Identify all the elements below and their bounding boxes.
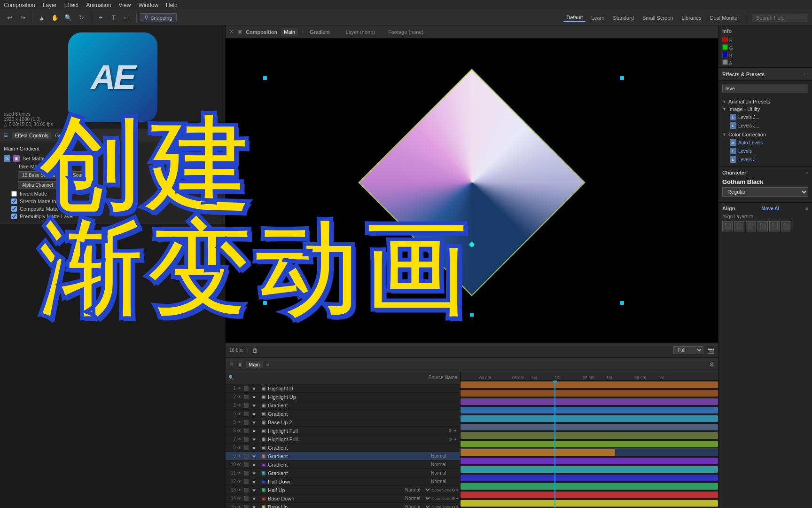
ep-item-levels[interactable]: L Levels xyxy=(720,147,810,155)
ep-item-levels2[interactable]: L Levels J... xyxy=(720,155,810,164)
layer-13-vis[interactable]: 👁 xyxy=(236,487,242,493)
layers-search-input[interactable] xyxy=(238,375,425,380)
snapping-button[interactable]: ⚲ Snapping xyxy=(141,13,177,22)
layer-15-mode-select[interactable]: Normal xyxy=(403,504,431,508)
layer-13-star[interactable]: ★ xyxy=(250,486,258,494)
layer-15-lock[interactable]: ⬛ xyxy=(242,504,249,508)
layer-1-star[interactable]: ★ xyxy=(250,385,258,392)
invert-matte-checkbox[interactable] xyxy=(11,191,17,197)
layer-6-lock[interactable]: ⬛ xyxy=(242,428,249,434)
layer-10-lock[interactable]: ⬛ xyxy=(242,461,249,468)
zoom-tool[interactable]: 🔍 xyxy=(62,12,74,24)
layer-13-lock[interactable]: ⬛ xyxy=(242,487,249,493)
tab-effect-controls[interactable]: Effect Controls xyxy=(12,132,51,139)
layer-8-vis[interactable]: 👁 xyxy=(236,444,242,451)
layer-10-vis[interactable]: 👁 xyxy=(236,461,242,468)
corner-handle-bl[interactable] xyxy=(263,301,267,305)
ep-image-utility-header[interactable]: ▼ Image - Utility xyxy=(720,105,810,113)
hand-tool[interactable]: ✋ xyxy=(49,12,61,24)
pen-tool[interactable]: ✒ xyxy=(95,12,106,24)
layer-2-lock[interactable]: ⬛ xyxy=(242,394,249,400)
menu-layer[interactable]: Layer xyxy=(43,2,57,8)
menu-composition[interactable]: Composition xyxy=(4,2,35,8)
corner-handle-tr[interactable] xyxy=(620,76,624,80)
tab-gradient[interactable]: Gradient xyxy=(55,133,75,138)
layer-row-5[interactable]: 5 👁 ⬛ ★ ▣ Base Up 2 xyxy=(226,418,460,427)
align-center-h-button[interactable]: ⬛ xyxy=(734,221,744,231)
corner-handle-br[interactable] xyxy=(620,301,624,305)
layer-1-lock[interactable]: ⬛ xyxy=(242,385,249,392)
trash-button[interactable]: 🗑 xyxy=(252,347,258,354)
rotate-tool[interactable]: ↻ xyxy=(76,12,87,24)
workspace-libraries[interactable]: Libraries xyxy=(679,14,704,22)
layer-row-4[interactable]: 4 👁 ⬛ ★ ▣ Gradient xyxy=(226,410,460,418)
menu-effect[interactable]: Effect xyxy=(64,2,78,8)
ep-item-levels1[interactable]: L Levels J... xyxy=(720,113,810,121)
menu-view[interactable]: View xyxy=(119,2,131,8)
tab-main[interactable]: Main xyxy=(281,28,298,36)
magnification-select[interactable]: Full Half Quarter xyxy=(673,346,703,354)
layer-12-lock[interactable]: ⬛ xyxy=(242,478,249,485)
layer-row-7[interactable]: 7 👁 ⬛ ★ ▣ Highlight Full ⚙ ✦ xyxy=(226,435,460,444)
anchor-point[interactable] xyxy=(469,242,474,247)
layer-6-star[interactable]: ★ xyxy=(250,427,258,435)
shape-tool[interactable]: ▭ xyxy=(121,12,133,24)
reset-button[interactable]: Reset xyxy=(209,156,221,161)
close-comp-button[interactable]: ✕ xyxy=(229,29,234,35)
tab-timeline-main[interactable]: Main xyxy=(246,361,263,368)
layer-12-vis[interactable]: 👁 xyxy=(236,478,242,485)
ep-search-input[interactable] xyxy=(722,84,808,93)
layer-15-vis[interactable]: 👁 xyxy=(236,504,242,508)
layer-7-star[interactable]: ★ xyxy=(250,436,258,443)
layer-7-vis[interactable]: 👁 xyxy=(236,436,242,443)
workspace-default[interactable]: Default xyxy=(563,14,586,22)
layer-3-star[interactable]: ★ xyxy=(250,402,258,409)
layer-11-star[interactable]: ★ xyxy=(250,469,258,477)
workspace-standard[interactable]: Standard xyxy=(610,14,637,22)
tab-gradient[interactable]: Gradient xyxy=(307,28,332,36)
ep-item-levels2[interactable]: L Levels J... xyxy=(720,121,810,130)
layer-8-star[interactable]: ★ xyxy=(250,444,258,452)
layer-6-vis[interactable]: 👁 xyxy=(236,428,242,434)
ep-item-auto-levels[interactable]: A Auto Levels xyxy=(720,138,810,147)
timeline-settings-button[interactable]: ⚙ xyxy=(709,361,714,368)
align-top-button[interactable]: ⬛ xyxy=(757,221,768,231)
font-style-select[interactable]: Regular Bold Italic xyxy=(722,187,808,197)
layer-7-lock[interactable]: ⬛ xyxy=(242,436,249,443)
layer-2-star[interactable]: ★ xyxy=(250,393,258,401)
layer-9-lock[interactable]: ⬛ xyxy=(242,453,249,460)
layer-row-10[interactable]: 10 👁 ⬛ ★ ▣ Gradient Normal xyxy=(226,460,460,469)
ep-animation-presets-header[interactable]: ▼ Animation Presets xyxy=(720,98,810,105)
layer-row-13[interactable]: 13 👁 ⬛ ★ ▣ Half Up Normal None None ⚙✦ xyxy=(226,486,460,494)
layer-15-star[interactable]: ★ xyxy=(250,503,258,508)
layer-13-mode-select[interactable]: Normal xyxy=(403,487,431,493)
premultiply-matte-checkbox[interactable] xyxy=(11,214,17,219)
layer-8-lock[interactable]: ⬛ xyxy=(242,444,249,451)
align-center-v-button[interactable]: ⬛ xyxy=(769,221,780,231)
corner-handle-bottom[interactable] xyxy=(470,313,474,317)
workspace-small-screen[interactable]: Small Screen xyxy=(640,14,676,22)
layer-11-vis[interactable]: 👁 xyxy=(236,470,242,476)
layer-10-star[interactable]: ★ xyxy=(250,461,258,468)
composite-matte-checkbox[interactable] xyxy=(11,206,17,212)
select-tool[interactable]: ▲ xyxy=(36,12,47,24)
layer-row-12[interactable]: 12 👁 ⬛ ★ ▣ Half Down Normal xyxy=(226,477,460,486)
source-layer-select[interactable]: 15 Base Source xyxy=(18,171,66,179)
layer-14-lock[interactable]: ⬛ xyxy=(242,495,249,502)
layer-row-2[interactable]: 2 👁 ⬛ ★ ▣ Highlight Up xyxy=(226,393,460,401)
layer-11-lock[interactable]: ⬛ xyxy=(242,470,249,476)
layer-row-3[interactable]: 3 👁 ⬛ ★ ▣ Gradient xyxy=(226,401,460,410)
layer-5-star[interactable]: ★ xyxy=(250,419,258,426)
layer-14-star[interactable]: ★ xyxy=(250,495,258,502)
layer-5-lock[interactable]: ⬛ xyxy=(242,419,249,426)
layer-row-8[interactable]: 8 👁 ⬛ ★ ▣ Gradient xyxy=(226,444,460,452)
help-search-input[interactable] xyxy=(752,14,808,22)
layer-2-vis[interactable]: 👁 xyxy=(236,394,242,400)
stretch-matte-checkbox[interactable] xyxy=(11,198,17,204)
corner-handle-tl[interactable] xyxy=(263,76,267,80)
layer-9-vis[interactable]: 👁 xyxy=(236,453,242,460)
layer-4-star[interactable]: ★ xyxy=(250,410,258,418)
menu-help[interactable]: Help xyxy=(166,2,178,8)
align-bottom-button[interactable]: ⬛ xyxy=(781,221,791,231)
undo-button[interactable]: ↩ xyxy=(4,12,15,24)
